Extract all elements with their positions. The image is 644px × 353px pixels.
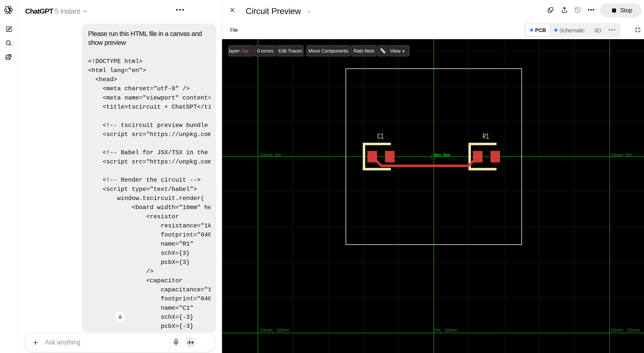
svg-text:10mm, -10mm: 10mm, -10mm — [610, 327, 640, 332]
svg-text:-10mm, -10mm: -10mm, -10mm — [258, 327, 289, 332]
svg-text:Edit Traces: Edit Traces — [278, 48, 302, 54]
svg-text:Rats Nest: Rats Nest — [354, 48, 374, 54]
svg-text:-10mm, 0m: -10mm, 0m — [258, 152, 281, 157]
svg-text:Move Components: Move Components — [308, 48, 348, 54]
svg-text:0m, -10mm: 0m, -10mm — [434, 327, 457, 332]
svg-text:R1: R1 — [482, 132, 489, 141]
svg-text:0 errors: 0 errors — [257, 48, 274, 54]
svg-text:10mm, 0m: 10mm, 0m — [610, 152, 632, 157]
svg-text:0m, 0m: 0m, 0m — [434, 152, 450, 157]
svg-text:layer: top: layer: top — [229, 48, 248, 54]
svg-text:C1: C1 — [377, 132, 384, 141]
